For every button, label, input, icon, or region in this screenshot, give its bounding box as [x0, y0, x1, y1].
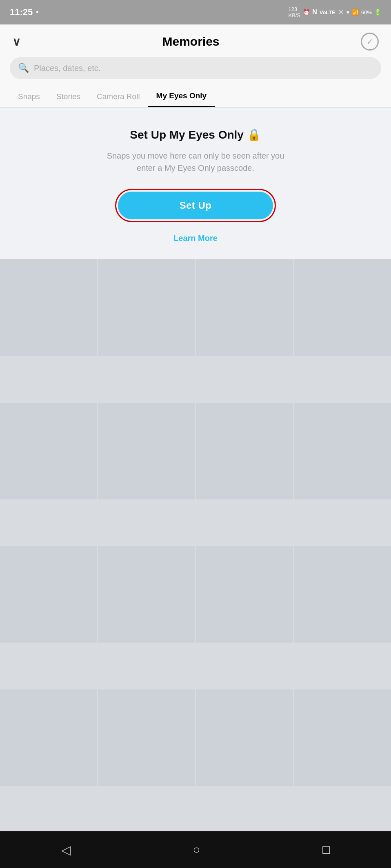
back-chevron-button[interactable]: ∨ [12, 35, 21, 49]
status-left: 11:25 • [10, 7, 39, 18]
volte-icon: VoLTE [320, 9, 335, 15]
search-icon: 🔍 [18, 63, 29, 73]
alarm-icon: ⏰ [303, 9, 310, 15]
header: ∨ Memories ✓ [0, 24, 391, 57]
search-container: 🔍 Places, dates, etc. [0, 57, 391, 86]
grid-cell [98, 403, 195, 499]
tabs-bar: Snaps Stories Camera Roll My Eyes Only [0, 86, 391, 108]
recents-nav-icon[interactable]: □ [310, 839, 342, 861]
wifi-icon: ▾ [347, 9, 349, 15]
app-content: ∨ Memories ✓ 🔍 Places, dates, etc. Snaps… [0, 24, 391, 831]
grid-cell [196, 403, 293, 499]
android-nav-bar: ◁ ○ □ [0, 831, 391, 868]
status-dot: • [36, 8, 38, 17]
check-icon: ✓ [367, 37, 373, 46]
grid-cell [294, 403, 391, 499]
grid-cell [98, 546, 195, 643]
status-time: 11:25 [10, 7, 33, 18]
grid-cell [98, 259, 195, 356]
nfc-icon: N [312, 9, 317, 16]
check-button[interactable]: ✓ [361, 33, 379, 51]
grid-cell [196, 259, 293, 356]
battery-percent: 60% [361, 9, 372, 15]
setup-title: Set Up My Eyes Only 🔒 [130, 128, 261, 141]
grid-cell [294, 259, 391, 356]
grid-cell [98, 689, 195, 786]
tab-my-eyes-only[interactable]: My Eyes Only [148, 86, 215, 107]
setup-section: Set Up My Eyes Only 🔒 Snaps you move her… [0, 108, 391, 259]
search-input[interactable]: Places, dates, etc. [34, 64, 100, 73]
main-content: Set Up My Eyes Only 🔒 Snaps you move her… [0, 108, 391, 831]
status-bar: 11:25 • 123KB/S ⏰ N VoLTE ✳ ▾ 📶 60% 🔋 [0, 0, 391, 24]
learn-more-link[interactable]: Learn More [173, 234, 218, 243]
grid-cell [294, 546, 391, 643]
battery-icon: 🔋 [374, 9, 381, 15]
grid-cell [0, 689, 97, 786]
grid-cell [294, 689, 391, 786]
home-nav-icon[interactable]: ○ [180, 839, 212, 861]
data-speed-icon: 123KB/S [289, 6, 301, 18]
back-nav-icon[interactable]: ◁ [49, 839, 83, 861]
grid-cell [196, 546, 293, 643]
grid-cell [0, 259, 97, 356]
page-title: Memories [162, 35, 219, 49]
tab-stories[interactable]: Stories [48, 86, 89, 107]
grid-cell [0, 546, 97, 643]
setup-description: Snaps you move here can only be seen aft… [98, 150, 293, 174]
grid-cell [196, 689, 293, 786]
search-bar[interactable]: 🔍 Places, dates, etc. [10, 57, 381, 79]
bluetooth-icon: ✳ [338, 8, 344, 17]
photo-grid [0, 259, 391, 831]
tab-snaps[interactable]: Snaps [10, 86, 48, 107]
signal-icon: 📶 [352, 9, 359, 15]
tab-camera-roll[interactable]: Camera Roll [89, 86, 148, 107]
setup-button[interactable]: Set Up [118, 192, 273, 219]
grid-cell [0, 403, 97, 499]
setup-button-highlight: Set Up [115, 189, 276, 222]
status-icons: 123KB/S ⏰ N VoLTE ✳ ▾ 📶 60% 🔋 [289, 6, 381, 18]
